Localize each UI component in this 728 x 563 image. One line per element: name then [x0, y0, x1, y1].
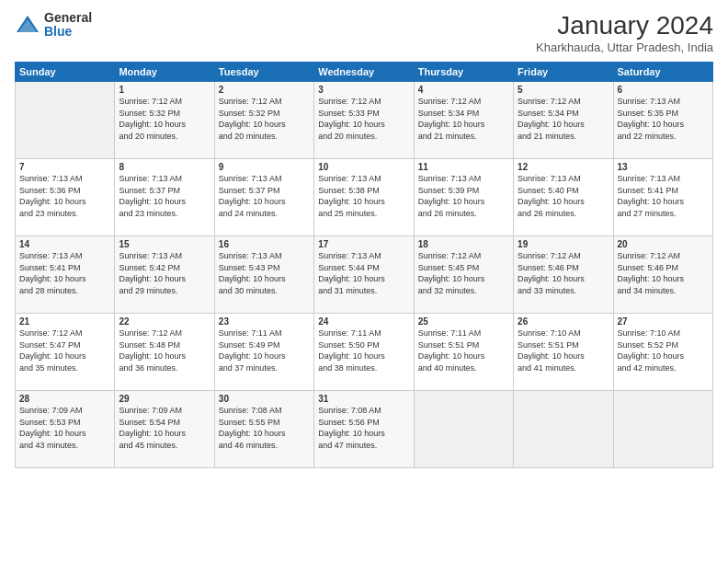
- logo-blue: Blue: [44, 25, 92, 39]
- day-info: Sunrise: 7:13 AM Sunset: 5:37 PM Dayligh…: [119, 173, 210, 219]
- calendar-cell: 19Sunrise: 7:12 AM Sunset: 5:46 PM Dayli…: [514, 236, 613, 314]
- week-row-4: 21Sunrise: 7:12 AM Sunset: 5:47 PM Dayli…: [16, 314, 713, 391]
- day-info: Sunrise: 7:12 AM Sunset: 5:32 PM Dayligh…: [119, 96, 210, 142]
- day-number: 7: [19, 162, 110, 172]
- day-number: 10: [318, 162, 409, 172]
- calendar-cell: 13Sunrise: 7:13 AM Sunset: 5:41 PM Dayli…: [613, 159, 712, 236]
- day-info: Sunrise: 7:11 AM Sunset: 5:50 PM Dayligh…: [318, 327, 409, 373]
- calendar-cell: [613, 391, 712, 468]
- day-info: Sunrise: 7:12 AM Sunset: 5:34 PM Dayligh…: [418, 96, 509, 142]
- page: General Blue January 2024 Kharkhauda, Ut…: [0, 0, 728, 563]
- day-info: Sunrise: 7:11 AM Sunset: 5:49 PM Dayligh…: [219, 327, 310, 373]
- calendar-cell: 9Sunrise: 7:13 AM Sunset: 5:37 PM Daylig…: [214, 159, 313, 236]
- day-number: 2: [219, 85, 310, 95]
- day-info: Sunrise: 7:13 AM Sunset: 5:41 PM Dayligh…: [618, 173, 709, 219]
- calendar-body: 1Sunrise: 7:12 AM Sunset: 5:32 PM Daylig…: [16, 82, 713, 468]
- day-number: 5: [518, 85, 609, 95]
- day-info: Sunrise: 7:10 AM Sunset: 5:51 PM Dayligh…: [518, 327, 609, 373]
- calendar-table: Sunday Monday Tuesday Wednesday Thursday…: [15, 62, 713, 468]
- calendar-cell: 3Sunrise: 7:12 AM Sunset: 5:33 PM Daylig…: [314, 82, 414, 159]
- day-number: 30: [219, 394, 310, 404]
- day-number: 16: [219, 239, 310, 249]
- day-number: 12: [518, 162, 609, 172]
- calendar-cell: 16Sunrise: 7:13 AM Sunset: 5:43 PM Dayli…: [214, 236, 313, 314]
- header-thursday: Thursday: [414, 63, 513, 82]
- day-number: 1: [119, 85, 210, 95]
- day-info: Sunrise: 7:13 AM Sunset: 5:42 PM Dayligh…: [119, 250, 210, 296]
- day-number: 31: [318, 394, 409, 404]
- week-row-5: 28Sunrise: 7:09 AM Sunset: 5:53 PM Dayli…: [16, 391, 713, 468]
- calendar-cell: 29Sunrise: 7:09 AM Sunset: 5:54 PM Dayli…: [115, 391, 214, 468]
- day-number: 9: [219, 162, 310, 172]
- calendar-cell: 10Sunrise: 7:13 AM Sunset: 5:38 PM Dayli…: [314, 159, 414, 236]
- day-info: Sunrise: 7:11 AM Sunset: 5:51 PM Dayligh…: [418, 327, 509, 373]
- day-number: 24: [318, 316, 409, 327]
- day-info: Sunrise: 7:12 AM Sunset: 5:33 PM Dayligh…: [318, 96, 409, 142]
- header-sunday: Sunday: [16, 63, 115, 82]
- header-row: Sunday Monday Tuesday Wednesday Thursday…: [16, 63, 713, 82]
- day-number: 17: [318, 239, 409, 249]
- week-row-3: 14Sunrise: 7:13 AM Sunset: 5:41 PM Dayli…: [16, 236, 713, 314]
- day-info: Sunrise: 7:13 AM Sunset: 5:38 PM Dayligh…: [318, 173, 409, 219]
- calendar-subtitle: Kharkhauda, Uttar Pradesh, India: [536, 40, 713, 54]
- calendar-cell: [514, 391, 613, 468]
- calendar-cell: 8Sunrise: 7:13 AM Sunset: 5:37 PM Daylig…: [115, 159, 214, 236]
- day-info: Sunrise: 7:12 AM Sunset: 5:47 PM Dayligh…: [19, 327, 110, 373]
- day-info: Sunrise: 7:13 AM Sunset: 5:41 PM Dayligh…: [19, 250, 110, 296]
- day-number: 13: [618, 162, 709, 172]
- day-number: 15: [119, 239, 210, 249]
- calendar-cell: 1Sunrise: 7:12 AM Sunset: 5:32 PM Daylig…: [115, 82, 214, 159]
- calendar-cell: 17Sunrise: 7:13 AM Sunset: 5:44 PM Dayli…: [314, 236, 414, 314]
- day-number: 25: [418, 316, 509, 327]
- day-number: 20: [618, 239, 709, 249]
- day-info: Sunrise: 7:12 AM Sunset: 5:46 PM Dayligh…: [518, 250, 609, 296]
- day-info: Sunrise: 7:13 AM Sunset: 5:40 PM Dayligh…: [518, 173, 609, 219]
- calendar-cell: 14Sunrise: 7:13 AM Sunset: 5:41 PM Dayli…: [16, 236, 115, 314]
- day-info: Sunrise: 7:12 AM Sunset: 5:32 PM Dayligh…: [219, 96, 310, 142]
- calendar-cell: 11Sunrise: 7:13 AM Sunset: 5:39 PM Dayli…: [414, 159, 513, 236]
- calendar-cell: 18Sunrise: 7:12 AM Sunset: 5:45 PM Dayli…: [414, 236, 513, 314]
- calendar-cell: 6Sunrise: 7:13 AM Sunset: 5:35 PM Daylig…: [613, 82, 712, 159]
- calendar-cell: 23Sunrise: 7:11 AM Sunset: 5:49 PM Dayli…: [214, 314, 313, 391]
- calendar-header: Sunday Monday Tuesday Wednesday Thursday…: [16, 63, 713, 82]
- calendar-cell: 5Sunrise: 7:12 AM Sunset: 5:34 PM Daylig…: [514, 82, 613, 159]
- calendar-cell: 25Sunrise: 7:11 AM Sunset: 5:51 PM Dayli…: [414, 314, 513, 391]
- day-info: Sunrise: 7:08 AM Sunset: 5:55 PM Dayligh…: [219, 405, 310, 451]
- day-info: Sunrise: 7:12 AM Sunset: 5:45 PM Dayligh…: [418, 250, 509, 296]
- header: General Blue January 2024 Kharkhauda, Ut…: [15, 11, 713, 54]
- day-number: 11: [418, 162, 509, 172]
- day-number: 4: [418, 85, 509, 95]
- calendar-cell: 24Sunrise: 7:11 AM Sunset: 5:50 PM Dayli…: [314, 314, 414, 391]
- day-number: 28: [19, 394, 110, 404]
- day-number: 29: [119, 394, 210, 404]
- week-row-1: 1Sunrise: 7:12 AM Sunset: 5:32 PM Daylig…: [16, 82, 713, 159]
- day-info: Sunrise: 7:09 AM Sunset: 5:54 PM Dayligh…: [119, 405, 210, 451]
- day-info: Sunrise: 7:13 AM Sunset: 5:37 PM Dayligh…: [219, 173, 310, 219]
- header-saturday: Saturday: [613, 63, 712, 82]
- calendar-cell: 12Sunrise: 7:13 AM Sunset: 5:40 PM Dayli…: [514, 159, 613, 236]
- day-number: 26: [518, 316, 609, 327]
- calendar-cell: 30Sunrise: 7:08 AM Sunset: 5:55 PM Dayli…: [214, 391, 313, 468]
- day-number: 6: [618, 85, 709, 95]
- day-info: Sunrise: 7:08 AM Sunset: 5:56 PM Dayligh…: [318, 405, 409, 451]
- calendar-cell: 4Sunrise: 7:12 AM Sunset: 5:34 PM Daylig…: [414, 82, 513, 159]
- calendar-cell: 21Sunrise: 7:12 AM Sunset: 5:47 PM Dayli…: [16, 314, 115, 391]
- calendar-cell: 7Sunrise: 7:13 AM Sunset: 5:36 PM Daylig…: [16, 159, 115, 236]
- day-number: 22: [119, 316, 210, 327]
- calendar-cell: 15Sunrise: 7:13 AM Sunset: 5:42 PM Dayli…: [115, 236, 214, 314]
- calendar-cell: 28Sunrise: 7:09 AM Sunset: 5:53 PM Dayli…: [16, 391, 115, 468]
- day-number: 3: [318, 85, 409, 95]
- day-info: Sunrise: 7:13 AM Sunset: 5:43 PM Dayligh…: [219, 250, 310, 296]
- calendar-title: January 2024: [536, 11, 713, 40]
- day-info: Sunrise: 7:13 AM Sunset: 5:36 PM Dayligh…: [19, 173, 110, 219]
- calendar-cell: 20Sunrise: 7:12 AM Sunset: 5:46 PM Dayli…: [613, 236, 712, 314]
- week-row-2: 7Sunrise: 7:13 AM Sunset: 5:36 PM Daylig…: [16, 159, 713, 236]
- calendar-cell: 22Sunrise: 7:12 AM Sunset: 5:48 PM Dayli…: [115, 314, 214, 391]
- day-info: Sunrise: 7:13 AM Sunset: 5:39 PM Dayligh…: [418, 173, 509, 219]
- day-info: Sunrise: 7:12 AM Sunset: 5:34 PM Dayligh…: [518, 96, 609, 142]
- logo-text: General Blue: [44, 11, 92, 40]
- day-number: 23: [219, 316, 310, 327]
- day-info: Sunrise: 7:09 AM Sunset: 5:53 PM Dayligh…: [19, 405, 110, 451]
- calendar-cell: 26Sunrise: 7:10 AM Sunset: 5:51 PM Dayli…: [514, 314, 613, 391]
- calendar-cell: 2Sunrise: 7:12 AM Sunset: 5:32 PM Daylig…: [214, 82, 313, 159]
